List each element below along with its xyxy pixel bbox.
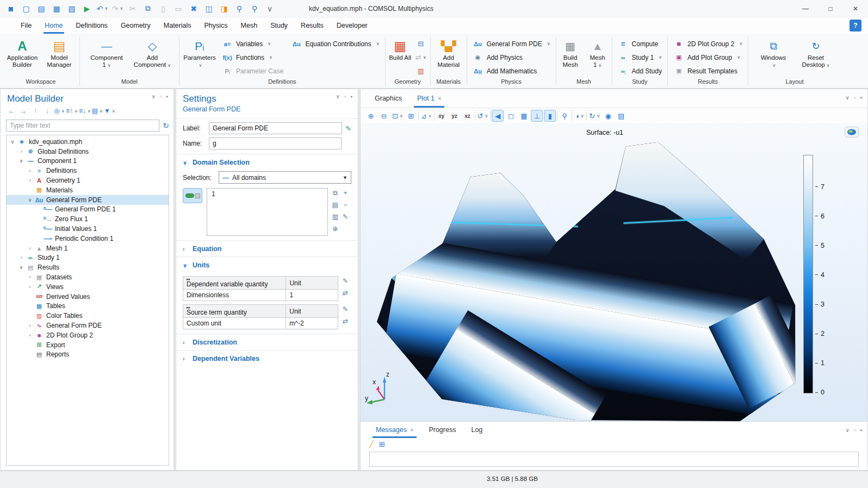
filter-icon[interactable]: ▼ ∨ — [104, 105, 115, 116]
tree-item-initial-values-1[interactable]: ᴰ— Initial Values 1 — [7, 224, 169, 234]
zoom-in-icon[interactable]: ⊕ — [365, 110, 377, 122]
tree-filter-input[interactable] — [6, 120, 159, 132]
tree-item-reports[interactable]: ▤ Reports — [7, 350, 169, 360]
view-yz-icon[interactable]: yz — [449, 110, 461, 122]
parameters-button[interactable]: Pᵢ Parameters∨ — [182, 37, 218, 70]
tree-expander[interactable]: › — [26, 333, 34, 338]
zoom-to-selection-icon[interactable]: ⊕ — [332, 225, 338, 233]
add-plot-group-button[interactable]: ▣ Add Plot Group∨ — [670, 51, 746, 64]
collapse-all-icon[interactable]: ≡↑ ∨ — [66, 105, 78, 116]
menu-tab[interactable]: Geometry — [114, 17, 157, 34]
tree-item-general-form-pde[interactable]: ∨ Δu General Form PDE — [7, 195, 169, 205]
remove-domain-icon[interactable]: − — [343, 201, 347, 209]
tree-item-color-tables[interactable]: ▥ Color Tables — [7, 311, 169, 321]
run-icon[interactable]: ▶ — [80, 2, 94, 15]
plot-canvas[interactable]: Surface: -u1 76543210 z x y — [361, 123, 867, 421]
result-templates-button[interactable]: ▣ Result Templates — [670, 64, 746, 78]
tree-item-materials[interactable]: ▦ Materials — [7, 185, 169, 195]
panel-menu-icon[interactable]: ∨ — [846, 95, 850, 101]
duplicate-icon[interactable]: ▭ — [172, 2, 185, 15]
reset-desktop-button[interactable]: ↻ Reset Desktop∨ — [801, 37, 831, 70]
tree-item-2d-plot-group-2[interactable]: › ■ 2D Plot Group 2 — [7, 330, 169, 340]
go-back-icon[interactable]: ← — [6, 105, 17, 116]
domain-list-item[interactable]: 1 — [212, 190, 215, 198]
tree-expander[interactable]: › — [17, 149, 25, 154]
comsol-logo-button[interactable] — [845, 127, 859, 137]
plot-group-button[interactable]: ■ 2D Plot Group 2∨ — [670, 37, 746, 51]
default-view-icon[interactable]: ⊿ ∨ — [420, 110, 433, 122]
clear-selection-icon[interactable]: ✎ — [343, 213, 348, 221]
tree-item-zero-flux-1[interactable]: ᴰ→ Zero Flux 1 — [7, 214, 169, 224]
float-panel-icon[interactable]: ▫ — [854, 95, 856, 101]
tree-expander[interactable]: › — [26, 246, 34, 251]
name-input[interactable] — [209, 137, 342, 149]
section-units[interactable]: ∨ Units — [176, 256, 358, 273]
node-text-icon[interactable]: ▤ ∨ — [92, 105, 103, 116]
add-domain-icon[interactable]: + — [343, 189, 347, 197]
float-panel-icon[interactable]: ▫ — [344, 93, 346, 99]
tree-item-general-form-pde-1[interactable]: ᴰ— General Form PDE 1 — [7, 205, 169, 215]
transparency-icon[interactable]: ◻ — [505, 110, 517, 122]
rotate-view-icon[interactable]: ↺ ∨ — [476, 110, 489, 122]
cut-icon[interactable]: ✂ — [126, 2, 139, 15]
help-button[interactable]: ? — [850, 20, 861, 32]
model-manager-button[interactable]: ▤ Model Manager — [41, 37, 77, 70]
unit-switch-icon[interactable]: ⇄ — [343, 289, 348, 297]
float-panel-icon[interactable]: ▫ — [854, 427, 856, 433]
close-tab-icon[interactable] — [438, 95, 441, 102]
zoom-extents-icon[interactable]: ⊞ — [405, 110, 417, 122]
menu-tab[interactable]: Materials — [157, 17, 198, 34]
delete-icon[interactable]: ✖ — [187, 2, 200, 15]
pin-panel-icon[interactable]: ▪ — [166, 93, 168, 99]
pin-panel-icon[interactable]: ▪ — [350, 93, 352, 99]
menu-tab[interactable]: Mesh — [234, 17, 264, 34]
tree-expander[interactable]: › — [26, 323, 34, 328]
quantity-cell[interactable]: Dimensionless — [183, 290, 286, 301]
tree-expander[interactable]: ∨ — [26, 197, 34, 203]
view-xy-icon[interactable]: xy — [436, 110, 448, 122]
print-icon[interactable]: ▤ — [615, 110, 627, 122]
physics-interface-button[interactable]: Δu General Form PDE∨ — [469, 37, 554, 51]
save-search-icon[interactable]: ▧ — [65, 2, 78, 15]
pin-panel-icon[interactable]: ▪ — [860, 95, 862, 101]
tree-expander[interactable]: ∨ — [17, 158, 25, 164]
grid-icon[interactable]: ▦ — [518, 110, 530, 122]
close-button[interactable]: ✕ — [843, 0, 868, 17]
update-plot-icon[interactable]: ↻ ∨ — [588, 110, 601, 122]
component-1-button[interactable]: — Component 1∨ — [89, 37, 125, 70]
tree-item-global-definitions[interactable]: › ⊕ Global Definitions — [7, 147, 169, 157]
add-physics-button[interactable]: ◉ Add Physics — [469, 51, 554, 64]
menu-tab[interactable]: Developer — [330, 17, 374, 34]
tree-expander[interactable]: › — [26, 178, 34, 183]
tree-item-export[interactable]: ⊞ Export — [7, 340, 169, 350]
active-toggle-button[interactable] — [183, 188, 202, 203]
mesh-1-button[interactable]: ▲ Mesh 1∨ — [586, 37, 610, 70]
tree-item-kdv-equation[interactable]: ∨ ◈ kdv_equation.mph — [7, 137, 169, 147]
compute-button[interactable]: = Compute — [615, 37, 666, 51]
scene-light-icon[interactable]: ◀ — [492, 110, 504, 122]
save-icon[interactable]: ▦ — [50, 2, 63, 15]
tree-expander[interactable]: › — [17, 255, 25, 260]
messages-output[interactable] — [369, 452, 859, 467]
app-icon[interactable]: ◙ — [4, 2, 17, 15]
panel-menu-icon[interactable]: ∨ — [336, 93, 340, 99]
edit-quantity-icon[interactable]: ✎ — [343, 305, 348, 313]
variables-button[interactable]: a= Variables∨ — [219, 37, 287, 51]
copy-selection-icon[interactable]: ▤ — [332, 201, 338, 209]
application-builder-button[interactable]: A Application Builder — [4, 37, 40, 70]
menu-tab[interactable]: Home — [38, 17, 69, 34]
menu-tab[interactable]: File — [14, 17, 38, 34]
selection-dropdown[interactable]: — All domains ▼ — [219, 171, 351, 184]
tab-progress[interactable]: Progress — [422, 422, 462, 438]
zoom-out-icon[interactable]: ⊖ — [378, 110, 390, 122]
image-properties-icon[interactable]: ◑ ∨ — [573, 110, 585, 122]
rename-icon[interactable]: ✎ — [345, 124, 351, 133]
tree-item-derived-values[interactable]: 8.85 Derived Values — [7, 292, 169, 302]
log-settings-icon[interactable]: ⊞ — [379, 440, 385, 448]
tab-log[interactable]: Log — [464, 422, 489, 438]
lock-icon[interactable]: ⚲ — [559, 110, 571, 122]
quantity-cell[interactable]: Custom unit — [183, 318, 286, 329]
build-mesh-button[interactable]: ▦ Build Mesh — [559, 37, 582, 70]
show-icon[interactable]: ◎ ∨ — [54, 105, 65, 116]
menu-tab[interactable]: Results — [294, 17, 330, 34]
